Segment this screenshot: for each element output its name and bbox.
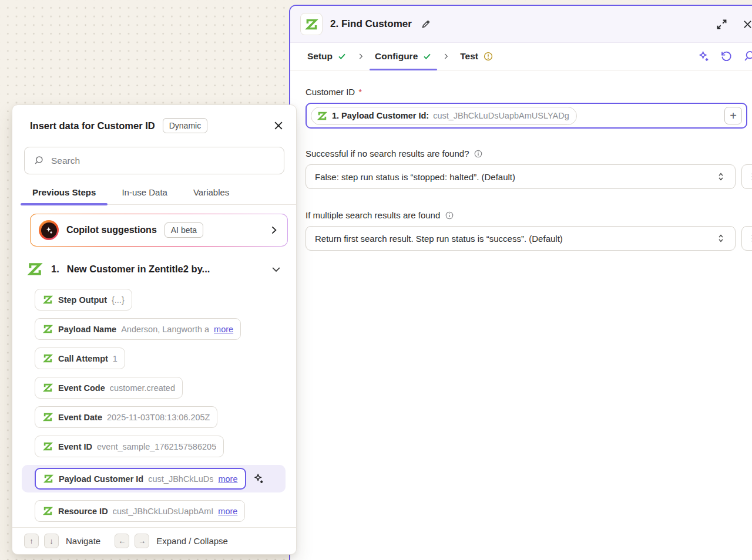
token-label: 1. Payload Customer Id: bbox=[332, 111, 429, 120]
step-panel-header: 2. Find Customer bbox=[290, 6, 752, 43]
close-dialog-button[interactable] bbox=[273, 120, 284, 131]
pill-label: Resource ID bbox=[58, 507, 108, 516]
chevron-right-icon bbox=[268, 225, 279, 235]
ai-beta-badge: AI beta bbox=[164, 222, 203, 238]
tab-configure-label: Configure bbox=[375, 51, 418, 62]
multiple-results-select[interactable]: Return first search result. Step run sta… bbox=[306, 226, 736, 251]
multiple-results-label: If multiple search results are found bbox=[306, 210, 747, 220]
search-icon bbox=[33, 155, 45, 166]
more-link[interactable]: more bbox=[218, 474, 237, 484]
navigate-label: Navigate bbox=[66, 536, 100, 546]
copilot-suggestions-card[interactable]: Copilot suggestions AI beta bbox=[30, 214, 288, 247]
pill-value: 1 bbox=[113, 354, 118, 363]
chevron-down-icon[interactable] bbox=[270, 264, 282, 275]
warning-icon bbox=[483, 51, 494, 62]
pill-label: Call Attempt bbox=[58, 354, 108, 363]
pill-value: Anderson, Langworth a bbox=[121, 325, 209, 334]
pill-value: cust_JBhCkLuDs bbox=[148, 474, 213, 484]
customer-id-label: Customer ID * bbox=[306, 87, 747, 97]
data-pill[interactable]: Event Code customer.created bbox=[35, 377, 183, 399]
tab-test[interactable]: Test bbox=[455, 43, 499, 70]
data-pill-row: Event Date 2025-11-03T08:13:06.205Z bbox=[35, 406, 284, 428]
chevron-right-icon bbox=[442, 52, 450, 60]
copilot-sparkle-button[interactable] bbox=[697, 50, 710, 63]
zentitle-app-icon bbox=[42, 411, 53, 423]
zentitle-app-icon bbox=[42, 323, 53, 335]
multiple-results-menu-button[interactable] bbox=[741, 226, 752, 251]
zentitle-app-icon bbox=[42, 353, 53, 364]
info-icon[interactable] bbox=[474, 149, 483, 158]
step-config-form: Customer ID * 1. Payload Customer Id: cu… bbox=[290, 70, 752, 251]
data-pill-row: Step Output {...} bbox=[35, 289, 284, 311]
multiple-results-row: Return first search result. Step run sta… bbox=[306, 226, 747, 251]
navigate-down-key[interactable]: ↓ bbox=[44, 534, 59, 548]
data-pill[interactable]: Resource ID cust_JBhCkLuDsUapbAmI more bbox=[35, 500, 245, 522]
data-pill[interactable]: Step Output {...} bbox=[35, 289, 132, 311]
zentitle-app-icon bbox=[42, 294, 53, 305]
data-pill-row: Event ID event_sample_1762157586205 bbox=[35, 436, 284, 457]
tab-previous-steps[interactable]: Previous Steps bbox=[32, 187, 96, 205]
no-results-menu-button[interactable] bbox=[741, 164, 752, 189]
customer-id-input[interactable]: 1. Payload Customer Id: cust_JBhCkLuDsUa… bbox=[306, 103, 747, 129]
zentitle-app-icon bbox=[42, 505, 53, 517]
data-pill[interactable]: Payload Customer Id cust_JBhCkLuDs more bbox=[35, 468, 246, 490]
tab-setup[interactable]: Setup bbox=[302, 43, 352, 70]
pill-value: event_sample_1762157586205 bbox=[97, 442, 216, 451]
dynamic-badge: Dynamic bbox=[163, 118, 207, 133]
data-pill-row: Call Attempt 1 bbox=[35, 348, 284, 369]
multiple-results-value: Return first search result. Step run sta… bbox=[315, 234, 563, 244]
zentitle-app-icon bbox=[300, 13, 323, 35]
data-pill[interactable]: Event Date 2025-11-03T08:13:06.205Z bbox=[35, 406, 217, 428]
dialog-title: Insert data for Customer ID bbox=[30, 120, 155, 131]
select-caret-icon bbox=[716, 171, 726, 182]
pill-label: Event Date bbox=[58, 413, 102, 422]
pill-label: Payload Customer Id bbox=[59, 474, 143, 484]
pill-label: Event Code bbox=[58, 383, 105, 393]
refresh-undo-button[interactable] bbox=[720, 50, 733, 63]
step-group-title: New Customer in Zentitle2 by... bbox=[67, 264, 210, 275]
expand-panel-button[interactable] bbox=[716, 18, 728, 31]
pill-value: customer.created bbox=[110, 383, 175, 393]
tab-variables[interactable]: Variables bbox=[193, 187, 229, 205]
dialog-footer: ↑ ↓ Navigate ← → Expand / Collapse bbox=[12, 527, 296, 554]
data-pill[interactable]: Event ID event_sample_1762157586205 bbox=[35, 436, 224, 457]
token-value: cust_JBhCkLuDsUapbAmUSLYADg bbox=[433, 111, 569, 120]
navigate-up-key[interactable]: ↑ bbox=[24, 534, 39, 548]
tab-configure[interactable]: Configure bbox=[370, 43, 437, 70]
more-link[interactable]: more bbox=[218, 507, 237, 516]
data-pill[interactable]: Call Attempt 1 bbox=[35, 348, 125, 369]
pill-label: Event ID bbox=[58, 442, 92, 451]
zentitle-app-icon bbox=[42, 441, 53, 452]
search-input[interactable] bbox=[51, 156, 275, 166]
step-config-panel: 2. Find Customer Setup bbox=[289, 5, 752, 560]
select-caret-icon bbox=[716, 233, 726, 244]
expand-key[interactable]: → bbox=[135, 534, 149, 548]
data-pill-row: Payload Name Anderson, Langworth a more bbox=[35, 318, 284, 340]
step-title: 2. Find Customer bbox=[330, 18, 412, 30]
expand-collapse-label: Expand / Collapse bbox=[156, 536, 228, 546]
step-group-header[interactable]: 1. New Customer in Zentitle2 by... bbox=[26, 261, 282, 278]
required-mark: * bbox=[358, 87, 362, 97]
edit-step-name-icon[interactable] bbox=[421, 19, 431, 29]
info-icon[interactable] bbox=[445, 211, 454, 220]
mapped-field-token[interactable]: 1. Payload Customer Id: cust_JBhCkLuDsUa… bbox=[311, 107, 577, 125]
data-pill[interactable]: Payload Name Anderson, Langworth a more bbox=[35, 318, 241, 340]
pill-value: {...} bbox=[112, 295, 125, 305]
ai-sparkle-icon[interactable] bbox=[253, 473, 265, 485]
pill-label: Step Output bbox=[58, 295, 107, 305]
collapse-key[interactable]: ← bbox=[115, 534, 129, 548]
check-icon bbox=[337, 52, 347, 61]
dialog-header: Insert data for Customer ID Dynamic bbox=[24, 105, 284, 133]
search-history-button[interactable] bbox=[743, 50, 752, 63]
tab-test-label: Test bbox=[460, 51, 478, 62]
step-number: 1. bbox=[51, 264, 59, 275]
close-panel-button[interactable] bbox=[742, 19, 752, 30]
zentitle-app-icon bbox=[26, 261, 43, 278]
tab-in-use-data[interactable]: In-use Data bbox=[122, 187, 167, 205]
more-link[interactable]: more bbox=[214, 325, 233, 334]
data-pill-row: Resource ID cust_JBhCkLuDsUapbAmI more bbox=[35, 500, 284, 522]
add-data-button[interactable]: + bbox=[724, 107, 742, 124]
zentitle-app-icon bbox=[317, 110, 328, 122]
check-icon bbox=[422, 52, 432, 61]
no-results-select[interactable]: False: step run status is “stopped: halt… bbox=[306, 164, 736, 189]
